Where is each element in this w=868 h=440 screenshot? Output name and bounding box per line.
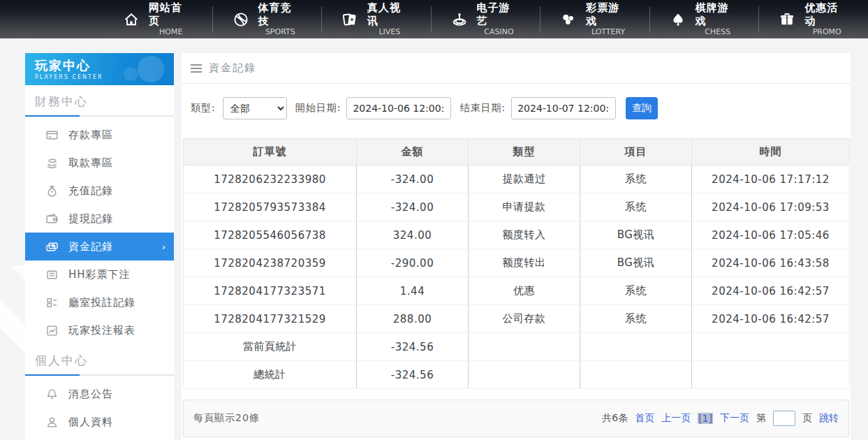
sidebar-item-label: HH彩票下注 xyxy=(68,268,131,281)
sidebar-item-label: 廳室投註記錄 xyxy=(68,296,135,309)
page-summary-row: 當前頁統計 -324.56 xyxy=(184,333,850,361)
personal-menu: 消息公告 個人資料 xyxy=(25,376,174,436)
cell-amount: 1.44 xyxy=(357,277,469,305)
fund-records-table: 訂單號 金額 類型 項目 時間 1728206232233980 -324.00… xyxy=(183,138,850,389)
next-page-link[interactable]: 下一页 xyxy=(720,412,749,425)
cell-type: 公司存款 xyxy=(469,305,580,333)
cell-item: 系统 xyxy=(580,305,692,333)
nav-label-en: PROMO xyxy=(813,27,841,37)
roulette-icon xyxy=(450,10,469,29)
page-size-text: 每頁顯示20條 xyxy=(193,412,260,425)
sidebar-item-withdrawal-record[interactable]: 提現記錄 xyxy=(25,205,174,233)
nav-label-zh: 体育竞技 xyxy=(258,1,302,28)
summary-amount: -324.56 xyxy=(357,333,469,361)
cell-item: BG视讯 xyxy=(580,249,692,277)
layout-grid-icon xyxy=(46,297,58,309)
page-title: 資金記錄 xyxy=(209,61,256,75)
type-select[interactable]: 全部 xyxy=(223,97,287,119)
cell-time: 2024-10-06 17:05:46 xyxy=(692,221,850,249)
nav-label-zh: 优惠活动 xyxy=(804,1,849,28)
col-header-time: 時間 xyxy=(692,139,850,166)
cell-time: 2024-10-06 17:09:53 xyxy=(692,193,850,221)
sidebar-item-label: 存款專區 xyxy=(68,129,113,142)
end-date-input[interactable] xyxy=(511,97,616,119)
cell-amount: 324.00 xyxy=(357,221,469,249)
cell-amount: -324.00 xyxy=(357,166,469,193)
start-date-label: 開始日期: xyxy=(295,102,341,115)
jump-link[interactable]: 跳转 xyxy=(819,412,839,425)
nav-label-en: CASINO xyxy=(484,27,513,37)
table-row: 1728204177323571 1.44 优惠 系统 2024-10-06 1… xyxy=(184,277,850,305)
cell-order: 1728205546056738 xyxy=(184,221,357,249)
nav-label-zh: 真人视讯 xyxy=(367,1,412,28)
nav-item-lives[interactable]: 真人视讯 LIVES xyxy=(321,6,431,33)
jump-prefix: 第 xyxy=(756,412,766,425)
sidebar-item-label: 玩家投注報表 xyxy=(68,324,135,337)
total-count: 共6条 xyxy=(602,412,628,425)
section-title-personal: 個人中心 xyxy=(25,344,174,374)
search-button[interactable]: 查詢 xyxy=(626,97,658,119)
nav-item-promo[interactable]: 优惠活动 PROMO xyxy=(758,6,868,33)
nav-label-zh: 电子游艺 xyxy=(477,1,522,28)
wallet-icon xyxy=(46,213,58,225)
nav-item-home[interactable]: 网站首页 HOME xyxy=(103,6,212,33)
sidebar-item-label: 個人資料 xyxy=(68,416,113,429)
top-navigation: 网站首页 HOME 体育竞技 SPORTS 真人视讯 LIVES 电子游艺 CA… xyxy=(0,0,868,38)
controller-watermark xyxy=(138,56,164,82)
menu-icon[interactable] xyxy=(191,64,202,73)
col-header-order: 訂單號 xyxy=(184,139,357,166)
table-row: 1728204238720359 -290.00 额度转出 BG视讯 2024-… xyxy=(184,249,850,277)
sidebar-item-hh-lottery-bets[interactable]: HH彩票下注 xyxy=(25,261,174,288)
lottery-balls-icon xyxy=(559,10,578,29)
cell-item: BG视讯 xyxy=(580,221,692,249)
first-page-link[interactable]: 首页 xyxy=(635,412,654,425)
col-header-item: 項目 xyxy=(580,139,692,166)
nav-item-lottery[interactable]: 彩票游戏 LOTTERY xyxy=(540,6,649,33)
ticket-list-icon xyxy=(46,269,58,281)
sidebar-item-player-bet-report[interactable]: 玩家投注報表 xyxy=(25,316,174,344)
table-row: 1728205793573384 -324.00 申请提款 系统 2024-10… xyxy=(184,193,850,221)
summary-amount: -324.56 xyxy=(357,361,469,389)
type-label: 類型: xyxy=(191,102,216,115)
pagination: 共6条 首页 上一页 [1] 下一页 第 页 跳转 xyxy=(602,411,839,426)
summary-label: 當前頁統計 xyxy=(184,333,357,361)
sidebar-item-profile[interactable]: 個人資料 xyxy=(25,408,174,436)
page-jump-input[interactable] xyxy=(773,411,795,426)
cell-order: 1728206232233980 xyxy=(184,166,357,193)
sidebar-item-announcements[interactable]: 消息公告 xyxy=(25,380,174,408)
section-underline xyxy=(25,115,174,117)
nav-label-zh: 棋牌游戏 xyxy=(696,1,740,28)
nav-label-en: SPORTS xyxy=(265,27,295,37)
end-date-label: 结束日期: xyxy=(459,102,506,115)
sidebar-item-recharge-record[interactable]: 充值記錄 xyxy=(25,177,174,205)
cell-item: 系统 xyxy=(580,193,692,221)
current-page-indicator: [1] xyxy=(698,413,713,424)
nav-label-en: LIVES xyxy=(378,27,400,37)
nav-item-chess[interactable]: 棋牌游戏 CHESS xyxy=(649,6,759,33)
sidebar-item-withdraw-zone[interactable]: 取款專區 xyxy=(25,149,174,177)
cell-time: 2024-10-06 16:42:57 xyxy=(692,277,850,305)
sidebar-item-funds-record[interactable]: 資金記錄 › xyxy=(25,233,174,261)
cell-item: 系统 xyxy=(580,166,692,193)
start-date-input[interactable] xyxy=(346,97,451,119)
prev-page-link[interactable]: 上一页 xyxy=(661,412,691,425)
table-row: 1728205546056738 324.00 额度转入 BG视讯 2024-1… xyxy=(184,221,850,249)
nav-label-en: CHESS xyxy=(705,27,730,37)
cell-type: 申请提款 xyxy=(469,193,580,221)
table-footer: 每頁顯示20條 共6条 首页 上一页 [1] 下一页 第 页 跳转 xyxy=(183,399,849,437)
bell-icon xyxy=(46,388,58,400)
main-content: 資金記錄 類型: 全部 開始日期: 结束日期: 查詢 訂單號 金額 類型 項目 … xyxy=(182,53,851,440)
cell-amount: 288.00 xyxy=(357,305,469,333)
nav-item-sports[interactable]: 体育竞技 SPORTS xyxy=(212,6,322,33)
jump-suffix: 页 xyxy=(802,412,812,425)
deposit-card-icon xyxy=(46,129,58,141)
col-header-type: 類型 xyxy=(469,139,580,166)
nav-label-zh: 网站首页 xyxy=(149,1,193,28)
nav-item-casino[interactable]: 电子游艺 CASINO xyxy=(431,6,540,33)
controller-watermark xyxy=(124,67,138,81)
playing-cards-icon xyxy=(341,10,359,29)
sidebar-item-label: 提現記錄 xyxy=(68,212,113,226)
sidebar-item-hall-bet-record[interactable]: 廳室投註記錄 xyxy=(25,288,174,316)
sidebar-item-deposit-zone[interactable]: 存款專區 xyxy=(25,121,174,149)
sports-ball-icon xyxy=(232,10,250,29)
